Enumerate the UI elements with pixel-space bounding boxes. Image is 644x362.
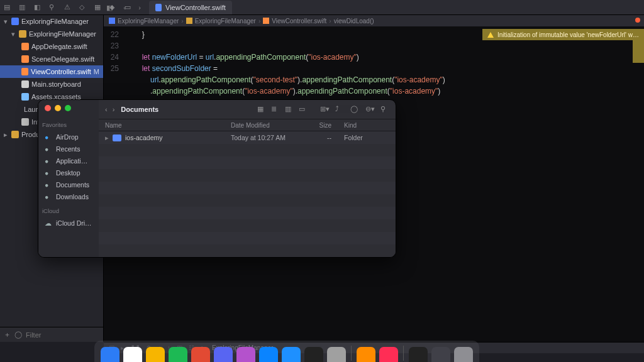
dock-separator	[403, 346, 404, 361]
column-view-icon[interactable]: ▥	[285, 105, 294, 114]
finder-sidebar-item[interactable]: ●Downloads	[42, 190, 95, 202]
chevron-down-icon[interactable]: ▾	[10, 30, 16, 38]
chevron-right-icon[interactable]: ▸	[3, 131, 9, 139]
list-view-icon[interactable]: ≣	[271, 105, 280, 114]
finder-column-headers[interactable]: Name Date Modified Size Kind	[99, 119, 396, 131]
forward-icon[interactable]: ›	[113, 106, 115, 113]
dock-app[interactable]	[259, 347, 278, 362]
add-icon[interactable]: ＋	[4, 330, 11, 339]
finder-toolbar: ‹ › Documents ▦ ≣ ▥ ▭ ⊞▾ ⤴︎ ◯ ⊖▾ ⚲	[99, 100, 396, 119]
col-name[interactable]: Name	[105, 122, 231, 129]
navigator-toggle-icon[interactable]: ▤	[4, 3, 13, 12]
dock-app[interactable]	[304, 347, 323, 362]
back-icon[interactable]: ‹	[105, 106, 108, 113]
warning-banner[interactable]: Initialization of immutable value 'newFo…	[482, 29, 644, 40]
nav-project-root[interactable]: ▾ ExploringFileManager	[0, 15, 103, 28]
gallery-view-icon[interactable]: ▭	[299, 105, 308, 114]
debug-icon[interactable]: ▦	[94, 3, 103, 12]
forward-icon[interactable]: ›	[134, 2, 145, 13]
filter-input[interactable]	[26, 331, 104, 339]
finder-main: ‹ › Documents ▦ ≣ ▥ ▭ ⊞▾ ⤴︎ ◯ ⊖▾ ⚲ Name …	[99, 100, 396, 257]
code-line[interactable]: let secondSubFolder =	[125, 63, 218, 74]
line-number	[104, 74, 125, 85]
finder-sidebar-item[interactable]: ●Recents	[42, 143, 95, 155]
back-icon[interactable]: ‹	[119, 2, 130, 13]
nav-file[interactable]: Main.storyboard	[0, 78, 103, 90]
test-icon[interactable]: ◇	[79, 3, 88, 12]
macos-dock	[94, 341, 479, 362]
dock-app[interactable]	[236, 347, 255, 362]
project-icon	[109, 18, 115, 24]
zoom-icon[interactable]	[65, 105, 71, 111]
issue-icon[interactable]: ⚠	[64, 3, 73, 12]
find-icon[interactable]: ⚲	[49, 3, 58, 12]
folder-icon	[19, 30, 26, 38]
nav-file-label: ViewController.swift	[31, 68, 91, 75]
col-kind[interactable]: Kind	[344, 122, 389, 129]
dock-app[interactable]	[101, 347, 119, 362]
swift-file-icon	[21, 55, 29, 63]
close-icon[interactable]	[45, 105, 51, 111]
view-mode-controls: ▦ ≣ ▥ ▭	[257, 105, 308, 114]
finder-row-empty	[99, 219, 396, 232]
finder-sidebar-item[interactable]: ●Applicati…	[42, 155, 95, 167]
dock-app[interactable]	[169, 347, 187, 362]
code-line[interactable]: url.appendingPathComponent("second-test"…	[125, 74, 445, 85]
warning-gutter-marker[interactable]	[633, 40, 644, 63]
swift-file-icon	[263, 18, 269, 24]
code-line[interactable]: let newFolderUrl = url.appendingPathComp…	[125, 52, 359, 63]
dock-app[interactable]	[146, 347, 165, 362]
sidebar-icloud-drive[interactable]: ☁︎ iCloud Dri…	[42, 217, 95, 229]
action-icon[interactable]: ⊖▾	[365, 105, 374, 114]
dock-app[interactable]	[379, 347, 398, 362]
group-icon[interactable]: ⊞▾	[320, 105, 329, 114]
tag-icon[interactable]: ◯	[350, 105, 359, 114]
dock-app[interactable]	[282, 347, 301, 362]
dock-separator	[351, 346, 352, 361]
breadcrumb[interactable]: ExploringFileManager› ExploringFileManag…	[104, 15, 644, 26]
finder-row-empty	[99, 194, 396, 207]
icloud-heading: iCloud	[42, 207, 95, 214]
finder-sidebar-item[interactable]: ●AirDrop	[42, 131, 95, 143]
source-control-icon[interactable]: ◧	[34, 3, 43, 12]
editor-tab[interactable]: ViewController.swift	[149, 1, 232, 14]
folder-icon[interactable]: ▥	[19, 3, 28, 12]
code-line[interactable]: .appendingPathComponent("ios-academy").a…	[125, 85, 440, 97]
folder-icon	[113, 134, 121, 141]
search-icon[interactable]: ⚲	[380, 105, 389, 114]
finder-sidebar-item[interactable]: ●Desktop	[42, 167, 95, 178]
sidebar-item-icon: ●	[45, 145, 52, 153]
code-line[interactable]: }	[125, 29, 145, 40]
nav-file[interactable]: SceneDelegate.swift	[0, 53, 103, 65]
dock-app[interactable]	[454, 347, 473, 362]
sidebar-item-icon: ●	[45, 157, 52, 165]
finder-row[interactable]: ▸ios-academy Today at 10:27 AM -- Folder	[99, 131, 396, 144]
finder-window[interactable]: Favorites ●AirDrop●Recents●Applicati…●De…	[38, 99, 396, 258]
share-icon[interactable]: ⤴︎	[335, 105, 344, 114]
nav-root-label: ExploringFileManager	[21, 18, 89, 25]
col-date[interactable]: Date Modified	[231, 122, 306, 129]
dock-app[interactable]	[409, 347, 428, 362]
line-number: 22	[104, 29, 125, 40]
dock-app[interactable]	[214, 347, 233, 362]
filter-scope-icon[interactable]: ◯	[14, 331, 22, 339]
icon-view-icon[interactable]: ▦	[257, 105, 266, 114]
sidebar-toggle-icon[interactable]: ◧	[104, 2, 115, 13]
dock-app[interactable]	[123, 347, 142, 362]
chevron-down-icon[interactable]: ▾	[3, 18, 9, 26]
chevron-right-icon[interactable]: ▸	[105, 134, 109, 141]
sb-file-icon	[21, 80, 29, 88]
warning-icon	[487, 32, 494, 38]
warning-text: Initialization of immutable value 'newFo…	[497, 31, 639, 38]
nav-file[interactable]: AppDelegate.swift	[0, 40, 103, 53]
col-size[interactable]: Size	[306, 122, 344, 129]
finder-sidebar-item[interactable]: ●Documents	[42, 178, 95, 190]
dock-app[interactable]	[431, 347, 450, 362]
line-number: 24	[104, 52, 125, 63]
dock-app[interactable]	[191, 347, 210, 362]
minimize-icon[interactable]	[55, 105, 61, 111]
nav-file[interactable]: ViewController.swift M	[0, 65, 103, 78]
dock-app[interactable]	[327, 347, 346, 362]
nav-group[interactable]: ▾ ExploringFileManager	[0, 28, 103, 40]
dock-app[interactable]	[357, 347, 375, 362]
